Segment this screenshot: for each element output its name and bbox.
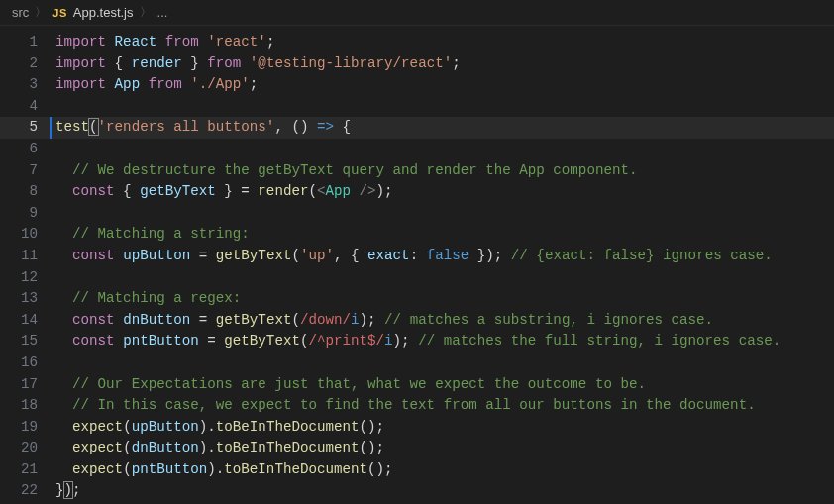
code-editor[interactable]: 1import React from 'react';2import { ren…: [0, 26, 834, 504]
chevron-right-icon: 〉: [140, 4, 152, 21]
token: App: [115, 76, 141, 92]
line-content[interactable]: // Matching a string:: [55, 224, 834, 246]
breadcrumb[interactable]: src 〉 JS App.test.js 〉 ...: [0, 0, 834, 26]
line-number[interactable]: 21: [0, 459, 55, 481]
token: // matches a substring, i ignores case.: [384, 312, 713, 328]
line-content[interactable]: expect(upButton).toBeInTheDocument();: [55, 417, 834, 439]
code-line[interactable]: 18 // In this case, we expect to find th…: [0, 395, 834, 417]
code-line[interactable]: 2import { render } from '@testing-librar…: [0, 53, 834, 75]
line-number[interactable]: 1: [0, 32, 55, 53]
line-content[interactable]: });: [55, 480, 834, 502]
code-line[interactable]: 14 const dnButton = getByText(/down/i); …: [0, 310, 834, 332]
line-number[interactable]: 13: [0, 288, 55, 310]
line-content[interactable]: const { getByText } = render(<App />);: [55, 181, 834, 203]
token: (: [308, 183, 317, 199]
token: (: [291, 119, 300, 135]
token: />: [360, 183, 376, 199]
token: const: [72, 248, 115, 263]
line-content[interactable]: // In this case, we expect to find the t…: [55, 395, 834, 417]
line-content[interactable]: test('renders all buttons', () => {: [55, 117, 834, 139]
code-line[interactable]: 10 // Matching a string:: [0, 224, 834, 246]
code-line[interactable]: 20 expect(dnButton).toBeInTheDocument();: [0, 438, 834, 459]
line-content[interactable]: const upButton = getByText('up', { exact…: [55, 246, 834, 267]
token: ;: [266, 34, 275, 50]
code-line[interactable]: 9: [0, 203, 834, 225]
line-number[interactable]: 12: [0, 267, 55, 289]
line-number[interactable]: 15: [0, 331, 55, 353]
line-number[interactable]: 14: [0, 310, 55, 332]
line-number[interactable]: 9: [0, 203, 55, 225]
code-line[interactable]: 19 expect(upButton).toBeInTheDocument();: [0, 417, 834, 439]
token: pntButton: [132, 461, 208, 477]
token: (: [123, 461, 132, 477]
breadcrumb-root[interactable]: src: [12, 5, 29, 20]
token: dnButton: [132, 440, 199, 455]
token: upButton: [132, 419, 199, 435]
line-number[interactable]: 18: [0, 395, 55, 417]
line-content[interactable]: // Our Expectations are just that, what …: [55, 374, 834, 396]
line-number[interactable]: 3: [0, 74, 55, 96]
token: const: [72, 312, 115, 328]
line-number[interactable]: 22: [0, 480, 55, 502]
token: App: [325, 183, 351, 199]
token: [55, 397, 72, 413]
code-line[interactable]: 7 // We destructure the getByText query …: [0, 160, 834, 182]
code-line[interactable]: 17 // Our Expectations are just that, wh…: [0, 374, 834, 396]
line-number[interactable]: 11: [0, 246, 55, 267]
code-line[interactable]: 4: [0, 96, 834, 118]
token: import: [55, 55, 106, 71]
line-content[interactable]: import App from './App';: [55, 74, 834, 96]
token: ).: [199, 419, 216, 435]
token: // In this case, we expect to find the t…: [72, 397, 756, 413]
token: ();: [367, 461, 393, 477]
code-line[interactable]: 11 const upButton = getByText('up', { ex…: [0, 246, 834, 267]
token: 'renders all buttons': [98, 119, 275, 135]
line-content[interactable]: const dnButton = getByText(/down/i); // …: [55, 310, 834, 332]
code-line[interactable]: 16: [0, 353, 834, 374]
line-number[interactable]: 17: [0, 374, 55, 396]
line-number[interactable]: 6: [0, 139, 55, 160]
line-number[interactable]: 2: [0, 53, 55, 75]
token: [156, 34, 165, 50]
line-number[interactable]: 16: [0, 353, 55, 374]
code-line[interactable]: 8 const { getByText } = render(<App />);: [0, 181, 834, 203]
line-number[interactable]: 20: [0, 438, 55, 459]
code-line[interactable]: 3import App from './App';: [0, 74, 834, 96]
line-content[interactable]: expect(pntButton).toBeInTheDocument();: [55, 459, 834, 481]
token: expect: [72, 440, 123, 455]
line-content[interactable]: import React from 'react';: [55, 32, 834, 53]
token: pntButton: [123, 333, 199, 349]
token: } =: [216, 183, 259, 199]
code-line[interactable]: 6: [0, 139, 834, 160]
line-number[interactable]: 8: [0, 181, 55, 203]
line-number[interactable]: 10: [0, 224, 55, 246]
code-line[interactable]: 12: [0, 267, 834, 289]
line-number[interactable]: 5: [0, 117, 55, 139]
line-content[interactable]: // We destructure the getByText query an…: [55, 160, 834, 182]
code-line[interactable]: 5test('renders all buttons', () => {: [0, 117, 834, 139]
token: /^print$/: [308, 333, 384, 349]
active-line-indicator: [50, 117, 52, 139]
code-line[interactable]: 22});: [0, 480, 834, 502]
token: './App': [190, 76, 250, 92]
line-content[interactable]: // Matching a regex:: [55, 288, 834, 310]
token: // Matching a regex:: [72, 290, 241, 306]
code-line[interactable]: 1import React from 'react';: [0, 32, 834, 53]
code-line[interactable]: 13 // Matching a regex:: [0, 288, 834, 310]
code-line[interactable]: 15 const pntButton = getByText(/^print$/…: [0, 331, 834, 353]
line-content[interactable]: import { render } from '@testing-library…: [55, 53, 834, 75]
code-line[interactable]: 21 expect(pntButton).toBeInTheDocument()…: [0, 459, 834, 481]
line-content[interactable]: const pntButton = getByText(/^print$/i);…: [55, 331, 834, 353]
line-number[interactable]: 4: [0, 96, 55, 118]
token: const: [72, 333, 115, 349]
breadcrumb-file[interactable]: App.test.js: [73, 5, 134, 20]
token: test: [55, 119, 89, 135]
token: from: [207, 55, 241, 71]
line-number[interactable]: 19: [0, 417, 55, 439]
token: [55, 312, 72, 328]
token: [351, 183, 360, 199]
token: ).: [207, 461, 224, 477]
breadcrumb-trail[interactable]: ...: [157, 5, 168, 20]
line-number[interactable]: 7: [0, 160, 55, 182]
line-content[interactable]: expect(dnButton).toBeInTheDocument();: [55, 438, 834, 459]
